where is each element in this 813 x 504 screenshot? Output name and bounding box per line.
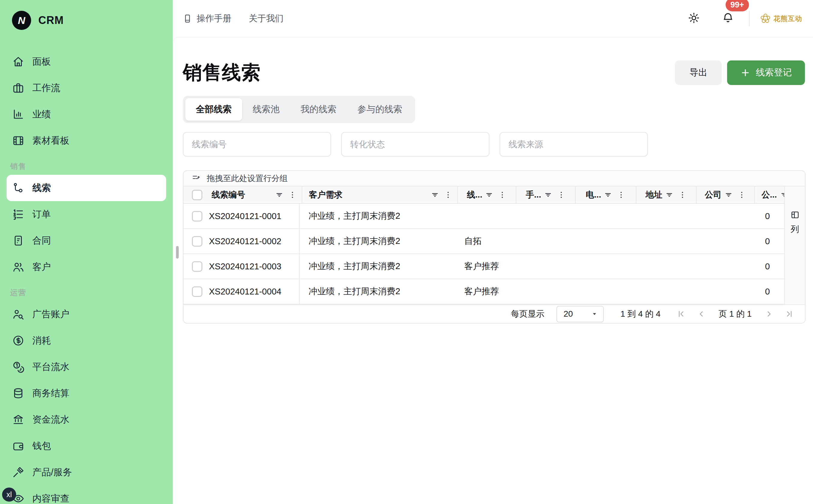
page-size-select[interactable]: 20: [556, 306, 604, 322]
table-cell: [573, 229, 634, 253]
column-header-6[interactable]: 地址: [636, 186, 697, 203]
manual-link[interactable]: 操作手册: [182, 13, 231, 25]
filter-icon[interactable]: [430, 190, 439, 199]
filter-row: [183, 132, 805, 157]
sidebar-item-ordered-list[interactable]: 订单: [7, 201, 166, 227]
column-header-8[interactable]: 公...: [755, 186, 784, 203]
tab-1[interactable]: 全部线索: [185, 98, 242, 121]
table-cell: [694, 254, 752, 279]
sidebar-item-hammer[interactable]: 产品/服务: [7, 459, 166, 485]
column-menu-icon[interactable]: [557, 190, 566, 199]
logo-mark-icon: N: [12, 11, 31, 30]
sidebar-item-user-search[interactable]: 广告账户: [7, 301, 166, 327]
sidebar-item-briefcase[interactable]: 工作流: [7, 75, 166, 101]
column-header-2[interactable]: 客户需求: [302, 186, 458, 203]
column-menu-icon[interactable]: [288, 190, 297, 199]
sidebar-item-film[interactable]: 素材看板: [7, 127, 166, 154]
column-menu-icon[interactable]: [617, 190, 626, 199]
filter-input-3[interactable]: [500, 132, 648, 157]
row-checkbox[interactable]: [192, 236, 202, 247]
sidebar-item-document[interactable]: 合同: [7, 227, 166, 254]
table-cell: [634, 254, 694, 279]
tab-4[interactable]: 参与的线索: [347, 98, 413, 121]
table-row[interactable]: XS20240121-0003冲业绩，主打周末消费2客户推荐0: [183, 254, 784, 279]
content-scrollbar-thumb[interactable]: [176, 246, 179, 259]
sidebar-item-bar-chart[interactable]: 业绩: [7, 101, 166, 127]
table-cell: [634, 279, 694, 304]
column-header-4[interactable]: 手...: [516, 186, 576, 203]
sidebar-item-label: 商务结算: [32, 387, 69, 400]
floating-widget-badge[interactable]: xl: [2, 488, 16, 502]
sidebar-item-dollar-circle[interactable]: 消耗: [7, 327, 166, 354]
tab-2[interactable]: 线索池: [242, 98, 290, 121]
filter-input-2[interactable]: [341, 132, 489, 157]
page-size-value: 20: [564, 309, 573, 319]
filter-icon[interactable]: [544, 190, 553, 199]
row-group-drop-zone[interactable]: 拖拽至此处设置行分组: [183, 171, 805, 186]
export-button[interactable]: 导出: [675, 60, 722, 85]
column-menu-icon[interactable]: [444, 190, 453, 199]
column-menu-icon[interactable]: [737, 190, 746, 199]
filter-icon[interactable]: [780, 190, 784, 199]
filter-icon[interactable]: [665, 190, 674, 199]
table-cell: [514, 279, 573, 304]
about-link[interactable]: 关于我们: [249, 13, 283, 25]
column-menu-icon[interactable]: [678, 190, 687, 199]
filter-input-1[interactable]: [183, 132, 331, 157]
filter-icon[interactable]: [603, 190, 612, 199]
bank-icon: [12, 413, 25, 426]
sidebar-item-label: 线索: [32, 182, 51, 194]
column-header-3[interactable]: 线...: [458, 186, 516, 203]
app-logo[interactable]: N CRM: [0, 0, 173, 29]
column-header-1[interactable]: 线索编号: [205, 186, 302, 203]
sidebar-item-eye[interactable]: 内容审查: [7, 485, 166, 504]
table-cell: XS20240121-0004: [202, 279, 300, 304]
table-cell: [694, 229, 752, 253]
sidebar-item-coins[interactable]: 平台流水: [7, 354, 166, 380]
column-menu-icon[interactable]: [498, 190, 507, 199]
table-row[interactable]: XS20240121-0001冲业绩，主打周末消费20: [183, 204, 784, 229]
sun-icon: [688, 12, 700, 25]
table-row[interactable]: XS20240121-0002冲业绩，主打周末消费2自拓0: [183, 229, 784, 254]
tab-3[interactable]: 我的线索: [290, 98, 347, 121]
book-icon: [182, 13, 192, 24]
logo-text: CRM: [38, 14, 64, 27]
row-checkbox[interactable]: [192, 286, 202, 297]
notifications-button[interactable]: 99+: [720, 11, 736, 26]
filter-icon[interactable]: [485, 190, 494, 199]
filter-icon[interactable]: [275, 190, 284, 199]
sidebar-item-wallet[interactable]: 钱包: [7, 433, 166, 459]
columns-panel-button[interactable]: 列: [790, 210, 800, 235]
sidebar: N CRM 面板工作流业绩素材看板销售线索订单合同客户运营广告账户消耗平台流水商…: [0, 0, 173, 504]
column-header-5[interactable]: 电...: [576, 186, 636, 203]
last-page-button[interactable]: [785, 309, 794, 319]
column-header-7[interactable]: 公司: [697, 186, 755, 203]
table-cell: 冲业绩，主打周末消费2: [300, 254, 455, 279]
sidebar-item-bank[interactable]: 资金流水: [7, 406, 166, 433]
register-lead-button[interactable]: 线索登记: [727, 60, 805, 85]
sidebar-item-home[interactable]: 面板: [7, 48, 166, 75]
table-row[interactable]: XS20240121-0004冲业绩，主打周末消费2客户推荐0: [183, 279, 784, 304]
table-cell: 0: [752, 254, 784, 279]
row-checkbox[interactable]: [192, 261, 202, 272]
select-all-checkbox[interactable]: [192, 190, 202, 200]
row-checkbox[interactable]: [192, 211, 202, 221]
wallet-icon: [12, 440, 25, 452]
table-cell: [514, 204, 573, 228]
ordered-list-icon: [12, 208, 25, 221]
sidebar-item-route[interactable]: 线索: [7, 175, 166, 201]
prev-page-button[interactable]: [697, 309, 706, 319]
brand-text: 花熊互动: [773, 14, 802, 23]
sidebar-item-users[interactable]: 客户: [7, 254, 166, 280]
flower-icon: [760, 13, 771, 24]
first-page-button[interactable]: [676, 309, 686, 319]
company-brand-logo: 花熊互动: [760, 13, 802, 24]
sidebar-item-label: 平台流水: [32, 361, 69, 373]
next-page-button[interactable]: [764, 309, 774, 319]
sidebar-item-database[interactable]: 商务结算: [7, 380, 166, 406]
app-root: N CRM 面板工作流业绩素材看板销售线索订单合同客户运营广告账户消耗平台流水商…: [0, 0, 813, 504]
theme-toggle-button[interactable]: [686, 11, 702, 26]
coins-icon: [12, 361, 25, 373]
filter-icon[interactable]: [724, 190, 733, 199]
column-header-label: 公...: [762, 189, 777, 201]
